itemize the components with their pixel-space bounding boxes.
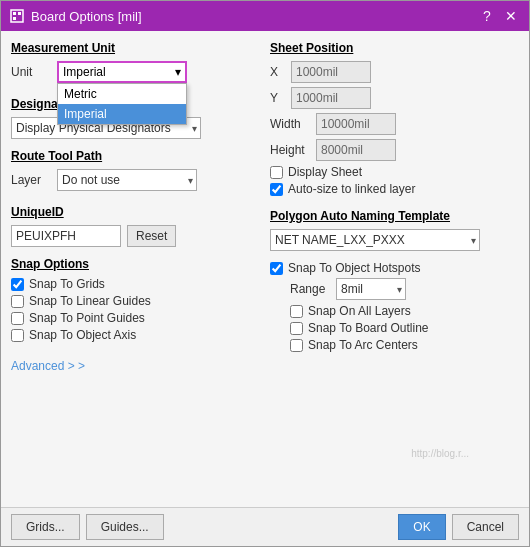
measurement-section: Measurement Unit Unit Imperial ▾ Metric … xyxy=(11,41,260,87)
y-input[interactable] xyxy=(291,87,371,109)
snap-hotspots-checkbox[interactable] xyxy=(270,262,283,275)
layer-row: Layer Do not use xyxy=(11,169,260,191)
svg-rect-2 xyxy=(18,12,21,15)
snap-grids-label: Snap To Grids xyxy=(29,277,105,291)
unit-dropdown-header[interactable]: Imperial ▾ xyxy=(57,61,187,83)
dialog-icon xyxy=(9,8,25,24)
snap-all-layers-checkbox[interactable] xyxy=(290,305,303,318)
board-options-dialog: Board Options [mil] ? ✕ Measurement Unit… xyxy=(0,0,530,547)
snap-hotspots-row: Snap To Object Hotspots xyxy=(270,261,519,275)
range-select[interactable]: 4mil 8mil 16mil xyxy=(336,278,406,300)
snap-axis-row: Snap To Object Axis xyxy=(11,328,260,342)
watermark: http://blog.r... xyxy=(411,448,469,459)
svg-rect-1 xyxy=(13,12,16,15)
polygon-title: Polygon Auto Naming Template xyxy=(270,209,519,223)
left-panel: Measurement Unit Unit Imperial ▾ Metric … xyxy=(11,41,260,497)
snap-hotspots-label: Snap To Object Hotspots xyxy=(288,261,421,275)
unit-selected-value: Imperial xyxy=(63,65,106,79)
auto-size-row: Auto-size to linked layer xyxy=(270,182,519,196)
x-label: X xyxy=(270,65,285,79)
snap-point-row: Snap To Point Guides xyxy=(11,311,260,325)
auto-size-label: Auto-size to linked layer xyxy=(288,182,415,196)
range-row: Range 4mil 8mil 16mil xyxy=(290,278,519,300)
snap-board-outline-row: Snap To Board Outline xyxy=(290,321,519,335)
unit-row: Unit Imperial ▾ Metric Imperial xyxy=(11,61,260,83)
grids-button[interactable]: Grids... xyxy=(11,514,80,540)
snap-linear-checkbox[interactable] xyxy=(11,295,24,308)
width-row: Width xyxy=(270,113,519,135)
svg-rect-0 xyxy=(11,10,23,22)
y-row: Y xyxy=(270,87,519,109)
svg-rect-3 xyxy=(13,17,16,20)
uniqueid-input[interactable] xyxy=(11,225,121,247)
title-bar-left: Board Options [mil] xyxy=(9,8,142,24)
right-panel: Sheet Position X Y Width Height xyxy=(270,41,519,497)
snap-right-section: Snap To Object Hotspots Range 4mil 8mil … xyxy=(270,261,519,355)
width-input[interactable] xyxy=(316,113,396,135)
unit-dropdown[interactable]: Imperial ▾ Metric Imperial xyxy=(57,61,187,83)
range-select-wrapper: 4mil 8mil 16mil xyxy=(336,278,406,300)
help-button[interactable]: ? xyxy=(477,6,497,26)
width-label: Width xyxy=(270,117,310,131)
height-input[interactable] xyxy=(316,139,396,161)
uniqueid-section: UniqueID Reset xyxy=(11,205,260,247)
reset-button[interactable]: Reset xyxy=(127,225,176,247)
polygon-section: Polygon Auto Naming Template NET NAME_LX… xyxy=(270,209,519,251)
snap-options-section: Snap Options Snap To Grids Snap To Linea… xyxy=(11,257,260,345)
advanced-link[interactable]: Advanced > > xyxy=(11,359,260,373)
display-sheet-checkbox[interactable] xyxy=(270,166,283,179)
guides-button[interactable]: Guides... xyxy=(86,514,164,540)
sheet-position-section: Sheet Position X Y Width Height xyxy=(270,41,519,199)
x-row: X xyxy=(270,61,519,83)
snap-point-label: Snap To Point Guides xyxy=(29,311,145,325)
snap-arc-centers-checkbox[interactable] xyxy=(290,339,303,352)
unit-label: Unit xyxy=(11,65,51,79)
snap-board-outline-label: Snap To Board Outline xyxy=(308,321,429,335)
snap-all-layers-label: Snap On All Layers xyxy=(308,304,411,318)
y-label: Y xyxy=(270,91,285,105)
route-tool-section: Route Tool Path Layer Do not use xyxy=(11,149,260,195)
sheet-position-title: Sheet Position xyxy=(270,41,519,55)
x-input[interactable] xyxy=(291,61,371,83)
unit-option-imperial[interactable]: Imperial xyxy=(58,104,186,124)
unit-dropdown-list: Metric Imperial xyxy=(57,83,187,125)
dropdown-arrow-icon: ▾ xyxy=(175,65,181,79)
title-bar: Board Options [mil] ? ✕ xyxy=(1,1,529,31)
polygon-select[interactable]: NET NAME_LXX_PXXX xyxy=(270,229,480,251)
auto-size-checkbox[interactable] xyxy=(270,183,283,196)
snap-axis-checkbox[interactable] xyxy=(11,329,24,342)
display-sheet-row: Display Sheet xyxy=(270,165,519,179)
dialog-footer: Grids... Guides... OK Cancel xyxy=(1,507,529,546)
display-sheet-label: Display Sheet xyxy=(288,165,362,179)
polygon-select-wrapper: NET NAME_LXX_PXXX xyxy=(270,229,480,251)
close-button[interactable]: ✕ xyxy=(501,6,521,26)
snap-linear-label: Snap To Linear Guides xyxy=(29,294,151,308)
snap-grids-checkbox[interactable] xyxy=(11,278,24,291)
measurement-title: Measurement Unit xyxy=(11,41,260,55)
snap-arc-centers-row: Snap To Arc Centers xyxy=(290,338,519,352)
snap-options-title: Snap Options xyxy=(11,257,260,271)
snap-linear-row: Snap To Linear Guides xyxy=(11,294,260,308)
ok-button[interactable]: OK xyxy=(398,514,445,540)
dialog-title: Board Options [mil] xyxy=(31,9,142,24)
layer-select[interactable]: Do not use xyxy=(57,169,197,191)
range-label: Range xyxy=(290,282,330,296)
unit-option-metric[interactable]: Metric xyxy=(58,84,186,104)
height-row: Height xyxy=(270,139,519,161)
dialog-body: Measurement Unit Unit Imperial ▾ Metric … xyxy=(1,31,529,507)
height-label: Height xyxy=(270,143,310,157)
cancel-button[interactable]: Cancel xyxy=(452,514,519,540)
snap-axis-label: Snap To Object Axis xyxy=(29,328,136,342)
title-bar-controls: ? ✕ xyxy=(477,6,521,26)
snap-arc-centers-label: Snap To Arc Centers xyxy=(308,338,418,352)
uniqueid-row: Reset xyxy=(11,225,260,247)
snap-point-checkbox[interactable] xyxy=(11,312,24,325)
snap-all-layers-row: Snap On All Layers xyxy=(290,304,519,318)
layer-select-wrapper: Do not use xyxy=(57,169,197,191)
layer-label: Layer xyxy=(11,173,51,187)
snap-grids-row: Snap To Grids xyxy=(11,277,260,291)
uniqueid-title: UniqueID xyxy=(11,205,260,219)
route-tool-title: Route Tool Path xyxy=(11,149,260,163)
snap-board-outline-checkbox[interactable] xyxy=(290,322,303,335)
